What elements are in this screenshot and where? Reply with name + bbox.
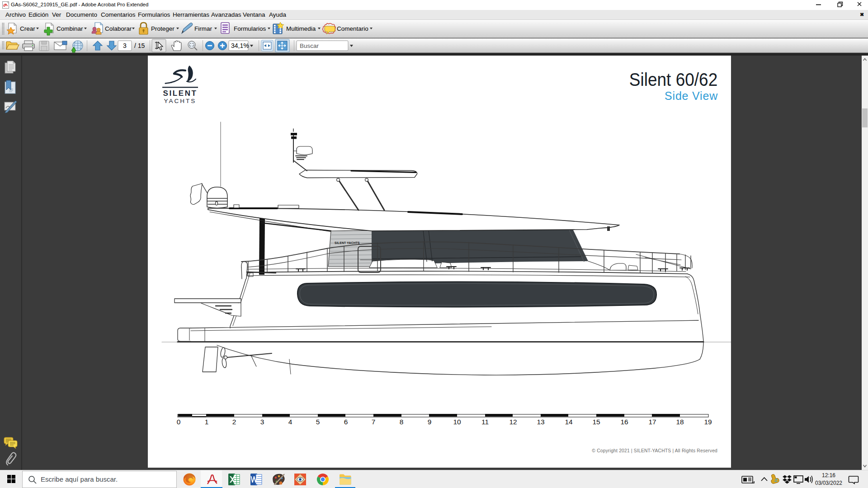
- svg-text:Buscar: Buscar: [300, 42, 319, 49]
- svg-text:2: 2: [232, 418, 236, 426]
- svg-text:15: 15: [592, 418, 600, 426]
- svg-text:9: 9: [428, 418, 432, 426]
- svg-text:/ 15: / 15: [134, 42, 145, 49]
- svg-text:5: 5: [316, 418, 320, 426]
- svg-text:YACHTS: YACHTS: [164, 98, 197, 104]
- svg-text:14: 14: [565, 418, 573, 426]
- svg-text:1: 1: [205, 418, 209, 426]
- svg-text:SILENT: SILENT: [163, 89, 197, 98]
- svg-text:12: 12: [509, 418, 517, 426]
- svg-text:19: 19: [704, 418, 712, 426]
- svg-text:4: 4: [288, 418, 292, 426]
- svg-text:17: 17: [648, 418, 656, 426]
- svg-text:0: 0: [177, 418, 181, 426]
- svg-text:34,1%: 34,1%: [231, 42, 249, 49]
- svg-text:13: 13: [537, 418, 544, 426]
- svg-text:3: 3: [123, 42, 127, 49]
- svg-text:3: 3: [260, 418, 264, 426]
- svg-text:7: 7: [372, 418, 376, 426]
- svg-text:8: 8: [400, 418, 404, 426]
- svg-text:10: 10: [453, 418, 461, 426]
- svg-text:16: 16: [620, 418, 628, 426]
- svg-text:6: 6: [344, 418, 348, 426]
- svg-text:18: 18: [676, 418, 684, 426]
- svg-text:11: 11: [481, 418, 489, 426]
- svg-text:SILENT YACHTS: SILENT YACHTS: [335, 241, 360, 244]
